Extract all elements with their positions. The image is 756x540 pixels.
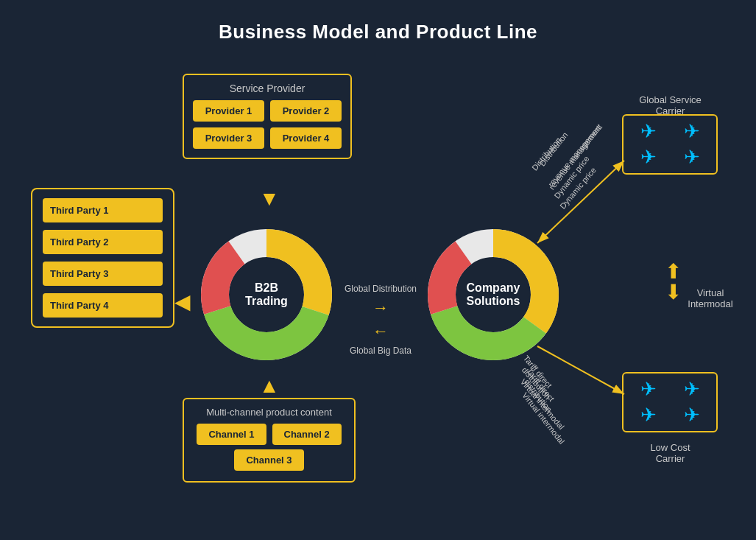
arrow-down-service-provider: ▼ [259, 189, 280, 209]
multichannel-label: Multi-channel product content [193, 407, 345, 418]
plane-icon-4: ✈ [671, 146, 712, 169]
diag-distribution-text: Distribution [530, 136, 563, 172]
third-party-2-button[interactable]: Third Party 2 [43, 230, 163, 254]
third-party-1-button[interactable]: Third Party 1 [43, 198, 163, 222]
provider-4-button[interactable]: Provider 4 [270, 127, 342, 149]
plane-icon-1: ✈ [628, 120, 668, 143]
channel-1-button[interactable]: Channel 1 [197, 424, 266, 445]
company-donut [420, 221, 567, 368]
provider-1-button[interactable]: Provider 1 [193, 100, 264, 122]
channel-row-1: Channel 1 Channel 2 [197, 424, 341, 445]
svg-point-4 [230, 258, 303, 332]
virtual-intermodal-label: Virtual Intermodal [677, 287, 743, 309]
channel-row-2: Channel 3 [234, 449, 303, 471]
third-party-4-button[interactable]: Third Party 4 [43, 293, 163, 318]
provider-3-button[interactable]: Provider 3 [193, 127, 264, 149]
service-provider-label: Service Provider [193, 83, 342, 94]
third-party-box: Third Party 1 Third Party 2 Third Party … [31, 188, 174, 328]
svg-point-9 [456, 258, 530, 332]
plane-icon-8: ✈ [671, 404, 712, 427]
channel-grid: Channel 1 Channel 2 Channel 3 [193, 424, 345, 471]
plane-icon-6: ✈ [671, 378, 712, 401]
low-cost-carrier-box: ✈ ✈ ✈ ✈ [622, 372, 718, 432]
provider-2-button[interactable]: Provider 2 [270, 100, 342, 122]
arrow-up-multichannel: ▲ [259, 376, 280, 396]
global-big-data-label: Global Big Data [350, 346, 411, 356]
arrow-to-third-party: ◀ [174, 290, 191, 314]
b2b-donut [193, 221, 340, 368]
global-distribution-label: Global Distribution [345, 284, 417, 294]
low-cost-carrier-label: Low CostCarrier [621, 442, 720, 464]
global-service-carrier-label: Global ServiceCarrier [621, 94, 720, 116]
global-service-carrier-box: ✈ ✈ ✈ ✈ [622, 114, 718, 175]
channel-3-button[interactable]: Channel 3 [234, 449, 303, 471]
middle-arrows: Global Distribution → ← Global Big Data [340, 284, 421, 356]
plane-icon-7: ✈ [628, 404, 668, 427]
plane-icon-5: ✈ [628, 378, 668, 401]
plane-icon-2: ✈ [671, 120, 712, 143]
multichannel-box: Multi-channel product content Channel 1 … [183, 398, 356, 483]
arrow-left-icon: ← [372, 322, 389, 341]
third-party-3-button[interactable]: Third Party 3 [43, 262, 163, 286]
arrow-right-icon: → [372, 298, 389, 318]
provider-grid: Provider 1 Provider 2 Provider 3 Provide… [193, 100, 342, 149]
channel-2-button[interactable]: Channel 2 [272, 424, 342, 445]
service-provider-box: Service Provider Provider 1 Provider 2 P… [183, 74, 352, 159]
plane-icon-3: ✈ [628, 146, 668, 169]
page-title: Business Model and Product Line [0, 0, 756, 43]
